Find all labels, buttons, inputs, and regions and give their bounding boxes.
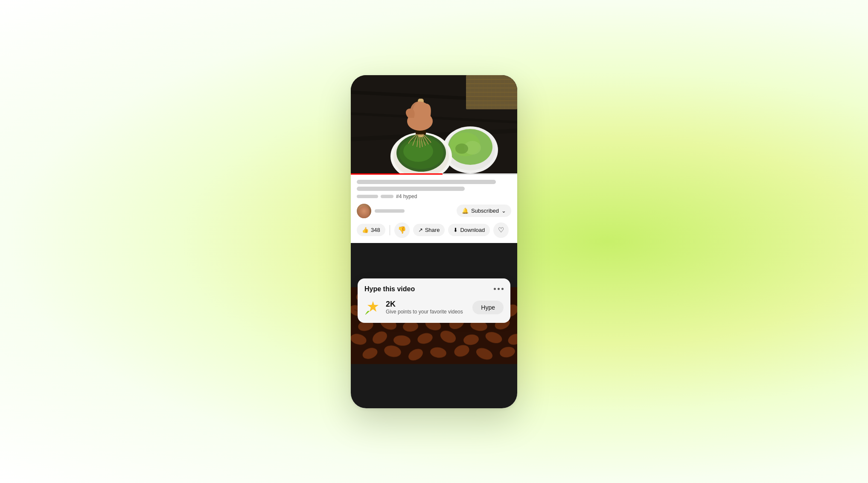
trending-bar-2 — [381, 195, 393, 198]
avatar[interactable] — [357, 204, 371, 218]
svg-point-34 — [403, 141, 433, 162]
video-info-section: #4 hyped 🔔 Subscribed ⌄ 👍 348 — [351, 175, 517, 243]
hype-title: Hype this video — [364, 285, 415, 293]
more-button[interactable]: ♡ — [493, 222, 509, 238]
video-player-top[interactable] — [351, 75, 517, 173]
trending-bar-1 — [357, 195, 378, 198]
share-label: Share — [425, 227, 440, 233]
dislike-icon: 👎 — [398, 226, 406, 234]
svg-marker-39 — [367, 301, 379, 312]
phone-frame: #4 hyped 🔔 Subscribed ⌄ 👍 348 — [351, 75, 517, 408]
download-button[interactable]: ⬇ Download — [448, 224, 490, 236]
avatar-face — [358, 206, 370, 218]
hype-points-description: Give points to your favorite videos — [386, 309, 463, 315]
hype-popup: Hype this video 2K Give points — [358, 278, 510, 323]
hype-points-value: 2K — [386, 300, 463, 309]
hype-points: 2K Give points to your favorite videos — [386, 300, 463, 315]
trending-tag: #4 hyped — [396, 193, 417, 199]
hype-left: 2K Give points to your favorite videos — [364, 299, 463, 316]
dot-1 — [494, 288, 496, 290]
svg-point-29 — [455, 143, 468, 154]
share-icon: ↗ — [418, 227, 423, 233]
subscribed-button[interactable]: 🔔 Subscribed ⌄ — [457, 205, 511, 217]
like-button[interactable]: 👍 348 — [357, 224, 385, 236]
title-line-1 — [357, 180, 496, 184]
hype-content: 2K Give points to your favorite videos H… — [364, 299, 504, 316]
share-button[interactable]: ↗ Share — [413, 224, 445, 236]
subscribed-label: Subscribed — [471, 208, 499, 214]
channel-name-bar — [375, 209, 405, 213]
title-line-2 — [357, 187, 465, 191]
trending-row: #4 hyped — [357, 193, 511, 199]
video-title-placeholder — [357, 180, 511, 191]
hype-header: Hype this video — [364, 285, 504, 293]
bell-icon: 🔔 — [462, 208, 469, 214]
hype-star-icon — [364, 299, 382, 316]
like-icon: 👍 — [362, 227, 369, 233]
dot-2 — [498, 288, 500, 290]
more-options-button[interactable] — [494, 288, 504, 290]
dot-3 — [501, 288, 504, 290]
video-player-bottom[interactable] — [351, 243, 517, 408]
channel-left — [357, 204, 405, 218]
hype-button[interactable]: Hype — [472, 301, 504, 314]
download-label: Download — [460, 227, 485, 233]
action-divider — [390, 225, 390, 235]
channel-row: 🔔 Subscribed ⌄ — [357, 204, 511, 218]
download-icon: ⬇ — [453, 227, 458, 233]
like-count: 348 — [371, 227, 380, 233]
dislike-button[interactable]: 👎 — [394, 222, 410, 238]
heart-icon: ♡ — [498, 226, 504, 234]
action-buttons-row: 👍 348 👎 ↗ Share ⬇ Download ♡ — [357, 222, 511, 240]
chevron-down-icon: ⌄ — [501, 208, 506, 214]
